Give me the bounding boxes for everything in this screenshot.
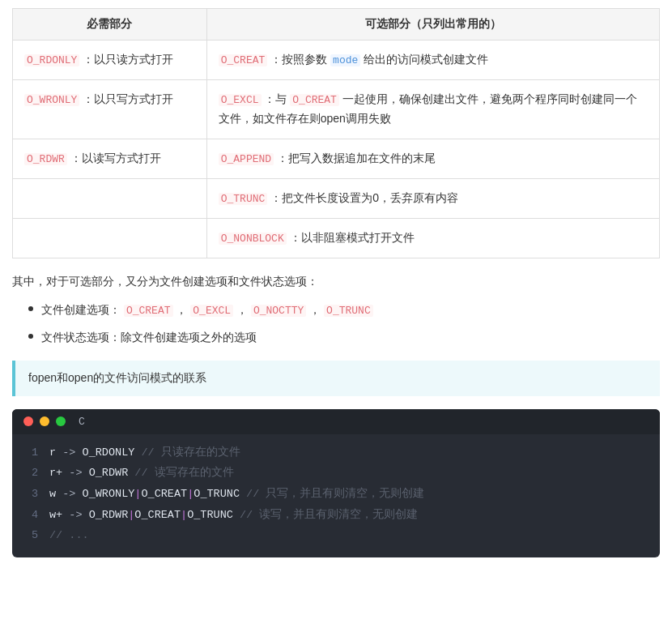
optional-cell-2: O_EXCL ：与 O_CREAT 一起使用，确保创建出文件，避免两个程序同时创…: [206, 80, 659, 139]
required-desc-3: ：以读写方式打开: [70, 152, 161, 164]
summary-text: 其中，对于可选部分，又分为文件创建选项和文件状态选项：: [12, 271, 660, 292]
bullet-icon-2: [28, 334, 33, 339]
optional-desc-2a: ：与: [264, 92, 287, 105]
list-item-status: 文件状态选项：除文件创建选项之外的选项: [28, 327, 660, 348]
optional-cell-4: O_TRUNC ：把文件长度设置为0，丢弃原有内容: [206, 179, 659, 219]
optional-desc-1a: ：按照参数: [270, 53, 327, 66]
line-num-4: 4: [23, 505, 38, 526]
optional-desc-5: ：以非阻塞模式打开文件: [290, 231, 415, 244]
flags-table: 必需部分 可选部分（只列出常用的） O_RDONLY ：以只读方式打开 O_CR…: [12, 8, 660, 258]
lang-label: C: [79, 416, 85, 428]
optional-desc-4: ：把文件长度设置为0，丢弃原有内容: [270, 191, 458, 204]
optional-cell-1: O_CREAT ：按照参数 mode 给出的访问模式创建文件: [206, 41, 659, 80]
bullet-label-2: 文件状态选项：除文件创建选项之外的选项: [41, 331, 257, 344]
col-optional-header: 可选部分（只列出常用的）: [206, 9, 659, 41]
callout-text: fopen和open的文件访问模式的联系: [28, 371, 206, 384]
optional-cell-5: O_NONBLOCK ：以非阻塞模式打开文件: [206, 219, 659, 258]
required-desc-2: ：以只写方式打开: [83, 92, 173, 105]
code-line-3: 3 w -> O_WRONLY|O_CREAT|O_TRUNC // 只写，并且…: [12, 484, 660, 505]
code-O_EXCL: O_EXCL: [219, 94, 262, 106]
code-O_WRONLY: O_WRONLY: [24, 94, 79, 106]
code-O_CREAT-list: O_CREAT: [124, 305, 173, 317]
required-cell-2: O_WRONLY ：以只写方式打开: [13, 80, 207, 139]
dot-red-icon: [23, 416, 33, 426]
table-row: O_RDONLY ：以只读方式打开 O_CREAT ：按照参数 mode 给出的…: [13, 41, 660, 80]
callout-box: fopen和open的文件访问模式的联系: [12, 361, 660, 396]
line-num-1: 1: [23, 442, 38, 463]
code-O_CREAT-ref: O_CREAT: [290, 94, 339, 106]
code-O_NOCTTY-list: O_NOCTTY: [251, 305, 306, 317]
line-num-2: 2: [23, 463, 38, 484]
table-row: O_TRUNC ：把文件长度设置为0，丢弃原有内容: [13, 179, 660, 219]
code-comment-5: // ...: [49, 525, 89, 546]
required-cell-4: [13, 179, 207, 219]
optional-desc-3: ：把写入数据追加在文件的末尾: [277, 152, 436, 164]
optional-cell-3: O_APPEND ：把写入数据追加在文件的末尾: [206, 139, 659, 178]
table-row: O_WRONLY ：以只写方式打开 O_EXCL ：与 O_CREAT 一起使用…: [13, 80, 660, 139]
code-mode: mode: [330, 54, 360, 66]
code-line-1: 1 r -> O_RDONLY // 只读存在的文件: [12, 442, 660, 463]
required-cell-1: O_RDONLY ：以只读方式打开: [13, 41, 207, 80]
code-block-header: C: [12, 409, 660, 434]
code-line-5: 5 // ...: [12, 525, 660, 546]
code-line-2: 2 r+ -> O_RDWR // 读写存在的文件: [12, 463, 660, 484]
code-O_CREAT: O_CREAT: [219, 54, 268, 66]
code-O_APPEND: O_APPEND: [219, 153, 274, 165]
line-num-5: 5: [23, 525, 38, 546]
code-r: r: [49, 446, 56, 459]
code-block: C 1 r -> O_RDONLY // 只读存在的文件 2 r+ -> O_R…: [12, 409, 660, 557]
code-O_NONBLOCK: O_NONBLOCK: [219, 233, 287, 245]
required-desc-1: ：以只读方式打开: [83, 53, 173, 66]
table-row: O_RDWR ：以读写方式打开 O_APPEND ：把写入数据追加在文件的末尾: [13, 139, 660, 178]
bullet-icon-1: [28, 306, 33, 311]
code-O_RDONLY: O_RDONLY: [24, 54, 79, 66]
code-body: 1 r -> O_RDONLY // 只读存在的文件 2 r+ -> O_RDW…: [12, 434, 660, 557]
bullet-label-1: 文件创建选项：: [41, 303, 121, 316]
code-O_RDONLY-code: O_RDONLY: [83, 446, 135, 459]
code-O_TRUNC: O_TRUNC: [219, 193, 268, 205]
dot-green-icon: [56, 416, 66, 426]
code-O_EXCL-list: O_EXCL: [190, 305, 233, 317]
bullet-list: 文件创建选项： O_CREAT ， O_EXCL ， O_NOCTTY ， O_…: [28, 300, 660, 348]
code-comment-1: // 只读存在的文件: [141, 446, 240, 459]
optional-desc-1b: 给出的访问模式创建文件: [364, 53, 488, 66]
table-row: O_NONBLOCK ：以非阻塞模式打开文件: [13, 219, 660, 258]
code-O_RDWR: O_RDWR: [24, 153, 67, 165]
code-O_TRUNC-list: O_TRUNC: [324, 305, 373, 317]
line-num-3: 3: [23, 484, 38, 505]
col-required-header: 必需部分: [13, 9, 207, 41]
dot-yellow-icon: [40, 416, 49, 426]
required-cell-3: O_RDWR ：以读写方式打开: [13, 139, 207, 178]
list-item-creation: 文件创建选项： O_CREAT ， O_EXCL ， O_NOCTTY ， O_…: [28, 300, 660, 320]
code-line-4: 4 w+ -> O_RDWR|O_CREAT|O_TRUNC // 读写，并且有…: [12, 505, 660, 526]
required-cell-5: [13, 219, 207, 258]
